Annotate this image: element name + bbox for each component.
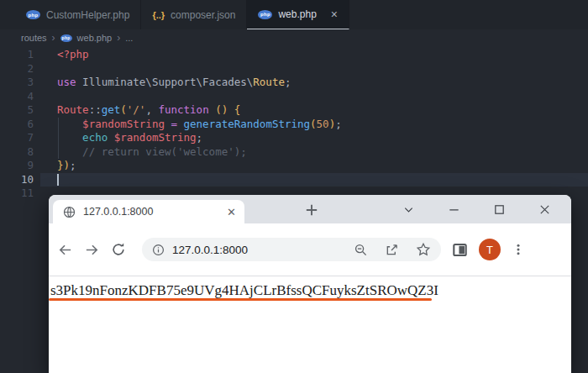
code-text <box>34 90 57 102</box>
code-line[interactable]: 10 <box>0 173 588 187</box>
browser-toolbar: 127.0.0.1:8000 <box>49 223 571 276</box>
line-number: 11 <box>0 186 34 201</box>
browser-window: 127.0.0.1:8000 ✕ <box>49 195 571 373</box>
breadcrumb-file[interactable]: web.php <box>77 33 113 43</box>
site-info-icon[interactable] <box>152 244 165 256</box>
close-window-icon[interactable] <box>538 202 551 216</box>
close-tab-icon[interactable]: × <box>331 8 338 20</box>
breadcrumb: routes › php web.php › ... <box>0 29 588 46</box>
line-number: 10 <box>0 173 34 187</box>
line-number: 4 <box>0 90 34 104</box>
php-file-icon: php <box>60 34 72 42</box>
code-line[interactable]: 4 <box>0 90 588 104</box>
forward-icon[interactable] <box>84 242 100 258</box>
maximize-icon[interactable] <box>492 202 506 216</box>
code-text: <?php <box>34 48 89 60</box>
line-number: 3 <box>0 76 34 90</box>
tab-composer-json[interactable]: {..} composer.json <box>141 0 247 29</box>
code-line[interactable]: 5Route::get('/', function () { <box>0 103 588 118</box>
code-line[interactable]: 1<?php <box>0 48 588 62</box>
vscode-tab-bar: php CustomHelper.php {..} composer.json … <box>0 0 588 29</box>
code-text: echo $randomString; <box>34 131 202 144</box>
code-text <box>34 62 57 75</box>
code-text: // return view('welcome'); <box>34 145 247 158</box>
new-tab-button[interactable] <box>304 202 319 218</box>
php-file-icon: php <box>258 10 272 19</box>
close-tab-icon[interactable]: ✕ <box>227 207 236 218</box>
code-text: }); <box>34 159 76 171</box>
random-string-output: s3Pk19nFonzKDFB75e9UVg4HAjCLrBfssQCFuyks… <box>50 282 571 299</box>
line-number: 7 <box>0 131 34 145</box>
php-file-icon: php <box>26 10 40 19</box>
line-number: 6 <box>0 118 34 132</box>
code-text: use Illuminate\Support\Facades\Route; <box>34 76 291 88</box>
reload-icon[interactable] <box>111 242 126 257</box>
chevron-right-icon: › <box>117 32 120 44</box>
tab-web-php[interactable]: php web.php × <box>247 0 349 29</box>
browser-tab-title: 127.0.0.1:8000 <box>83 206 219 218</box>
code-text: Route::get('/', function () { <box>34 103 240 116</box>
chevron-right-icon: › <box>52 32 55 44</box>
code-line[interactable]: 3use Illuminate\Support\Facades\Route; <box>0 76 588 90</box>
json-file-icon: {..} <box>152 10 165 20</box>
code-line[interactable]: 2 <box>0 62 588 76</box>
line-number: 9 <box>0 159 34 173</box>
code-text <box>34 173 57 186</box>
chevron-down-icon[interactable] <box>402 202 415 216</box>
indent-guide-line <box>58 145 59 160</box>
browser-tab-strip: 127.0.0.1:8000 ✕ <box>49 195 571 223</box>
code-line[interactable]: 6 $randomString = generateRandomString(5… <box>0 118 588 132</box>
screen: php CustomHelper.php {..} composer.json … <box>0 0 588 373</box>
line-number: 1 <box>0 48 34 62</box>
tab-customhelper[interactable]: php CustomHelper.php <box>15 0 141 29</box>
code-text: $randomString = generateRandomString(50)… <box>34 118 342 130</box>
line-number: 8 <box>0 145 34 160</box>
bookmark-star-icon[interactable] <box>416 242 431 257</box>
side-panel-icon[interactable] <box>452 242 468 258</box>
code-line[interactable]: 9}); <box>0 159 588 173</box>
breadcrumb-symbol[interactable]: ... <box>125 33 133 43</box>
line-number: 2 <box>0 62 34 76</box>
code-line[interactable]: 7 echo $randomString; <box>0 131 588 145</box>
address-bar[interactable]: 127.0.0.1:8000 <box>142 238 441 261</box>
browser-tab[interactable]: 127.0.0.1:8000 ✕ <box>53 200 244 223</box>
tab-label: composer.json <box>171 9 235 21</box>
breadcrumb-routes[interactable]: routes <box>21 33 47 43</box>
profile-avatar[interactable]: T <box>479 239 501 260</box>
page-content: s3Pk19nFonzKDFB75e9UVg4HAjCLrBfssQCFuyks… <box>49 276 571 373</box>
zoom-out-icon[interactable] <box>354 243 368 257</box>
tab-label: web.php <box>278 8 316 20</box>
annotation-underline <box>49 298 432 301</box>
globe-icon <box>63 206 76 218</box>
url-text[interactable]: 127.0.0.1:8000 <box>172 244 346 256</box>
minimize-icon[interactable] <box>447 202 460 216</box>
back-icon[interactable] <box>57 242 73 258</box>
line-number: 5 <box>0 103 34 118</box>
window-controls <box>402 195 571 223</box>
text-cursor <box>57 174 59 186</box>
indent-guide-line <box>58 118 59 132</box>
menu-dots-icon[interactable] <box>512 243 525 256</box>
code-line[interactable]: 8 // return view('welcome'); <box>0 145 588 160</box>
share-icon[interactable] <box>385 243 399 257</box>
tab-label: CustomHelper.php <box>46 9 129 21</box>
indent-guide-line <box>58 131 59 145</box>
